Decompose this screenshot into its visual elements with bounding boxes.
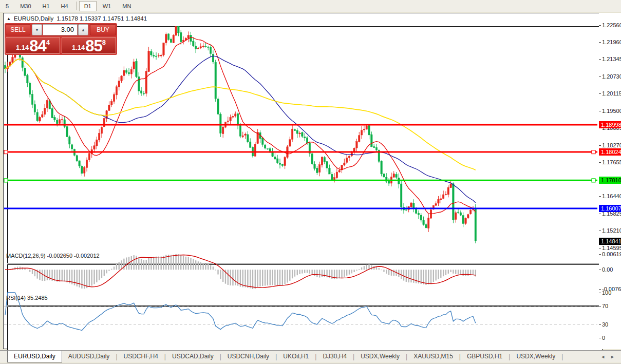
- tab-dj30-h4[interactable]: DJ30,H4: [316, 351, 353, 362]
- chart-title: ▲ EURUSD,Daily 1.15178 1.15337 1.14751 1…: [7, 15, 147, 22]
- macd-panel[interactable]: [7, 264, 603, 305]
- tab-usdchf-h4[interactable]: USDCHF,H4: [118, 351, 164, 362]
- tab-scroll-left-icon[interactable]: ◄: [600, 354, 605, 359]
- tab-ukoil-h1[interactable]: UKOil,H1: [277, 351, 315, 362]
- macd-axis-tick: 0.00: [602, 266, 613, 273]
- chart-window: 16 Feb 20216 Mar 202125 Mar 202113 Apr 2…: [3, 13, 620, 349]
- macd-axis-tick: 0.006193: [602, 251, 621, 257]
- sell-price-prefix: 1.14: [16, 44, 29, 51]
- price-chart-panel[interactable]: [7, 26, 603, 263]
- tab-usdcad-daily[interactable]: USDCAD,Daily: [166, 351, 220, 362]
- sell-price-big: 84: [29, 37, 46, 53]
- sell-price-display[interactable]: 1.14844: [6, 37, 60, 54]
- timeframe-d1[interactable]: D1: [79, 1, 97, 11]
- buy-price-big: 85: [85, 37, 102, 53]
- timeframe-m30[interactable]: M30: [15, 1, 36, 11]
- buy-price-display[interactable]: 1.14858: [62, 37, 116, 54]
- timeframe-5[interactable]: 5: [1, 1, 14, 11]
- price-axis-tick: 1.16440: [602, 193, 621, 199]
- volume-increase-icon[interactable]: ▲: [78, 24, 88, 35]
- tab-usdcnh-daily[interactable]: USDCNH,Daily: [221, 351, 275, 362]
- price-badge-1.16007: 1.16007: [599, 205, 621, 212]
- volume-decrease-icon[interactable]: ▼: [32, 24, 42, 35]
- price-badge-1.17010: 1.17010: [599, 177, 621, 184]
- chart-symbol-label: EURUSD,Daily: [14, 15, 53, 22]
- timeframe-mn[interactable]: MN: [117, 1, 136, 11]
- tab-separator: |: [561, 353, 563, 360]
- tab-eurusd-daily[interactable]: EURUSD,Daily: [7, 351, 62, 362]
- rsi-indicator-label: RSI(14) 35.2485: [6, 295, 48, 301]
- price-axis-tick: 1.17655: [602, 159, 621, 165]
- timeframe-w1[interactable]: W1: [98, 1, 117, 11]
- timeframe-h1[interactable]: H1: [37, 1, 55, 11]
- sell-price-pip: 4: [46, 39, 50, 53]
- rsi-axis-tick: 30: [602, 321, 608, 328]
- price-axis-tick: 1.20730: [602, 73, 621, 80]
- rsi-axis-tick: 0: [602, 335, 605, 341]
- buy-price-pip: 8: [102, 39, 106, 53]
- tab-audusd-daily[interactable]: AUDUSD,Daily: [62, 351, 116, 362]
- price-axis-tick: 1.20115: [602, 90, 621, 97]
- symbol-tab-bar: EURUSD,DailyAUDUSD,Daily|USDCHF,H4|USDCA…: [0, 350, 621, 362]
- price-axis-tick: 1.19500: [602, 108, 621, 114]
- rsi-axis-tick: 100: [602, 290, 611, 296]
- price-badge-1.14841: 1.14841: [599, 238, 621, 245]
- price-badge-1.18998: 1.18998: [599, 121, 621, 128]
- rsi-panel[interactable]: [7, 306, 603, 352]
- price-axis-tick: 1.21345: [602, 56, 621, 62]
- price-axis-tick: 1.22560: [602, 22, 621, 28]
- rsi-axis-tick: 70: [602, 303, 608, 309]
- macd-indicator-label: MACD(12,26,9) -0.002650 -0.002012: [6, 253, 100, 259]
- tab-gbpusd-h1[interactable]: GBPUSD,H1: [461, 351, 509, 362]
- price-axis-tick: 1.15210: [602, 227, 621, 234]
- price-axis-tick: 1.18270: [602, 142, 621, 148]
- volume-stepper: ▼ 3.00 ▲: [32, 24, 88, 35]
- one-click-trading-panel: SELL ▼ 3.00 ▲ BUY 1.14844 1.14858: [5, 23, 117, 55]
- tab-usdx-weekly[interactable]: USDX,Weekly: [510, 351, 561, 362]
- price-axis-tick: 1.14595: [602, 245, 621, 251]
- price-badge-1.18024: 1.18024: [599, 148, 621, 156]
- tab-scroll-arrows: ◄►: [600, 351, 621, 362]
- tab-xauusd-m15[interactable]: XAUUSD,M15: [407, 351, 459, 362]
- timeframe-h4[interactable]: H4: [56, 1, 73, 11]
- buy-price-prefix: 1.14: [72, 44, 85, 51]
- collapse-panel-icon[interactable]: ▲: [7, 16, 11, 21]
- toolbar-separator: [76, 2, 77, 10]
- price-axis[interactable]: 1.225601.219601.213451.207301.201151.195…: [599, 13, 621, 349]
- sell-button[interactable]: SELL: [6, 24, 30, 35]
- tab-scroll-right-icon[interactable]: ►: [610, 354, 615, 359]
- volume-input[interactable]: 3.00: [43, 24, 78, 35]
- price-axis-tick: 1.21960: [602, 39, 621, 45]
- buy-button[interactable]: BUY: [90, 24, 116, 35]
- tab-usdx-weekly[interactable]: USDX,Weekly: [354, 351, 406, 362]
- chart-ohlc-values: 1.15178 1.15337 1.14751 1.14841: [57, 15, 147, 22]
- timeframe-toolbar: 5M30H1H4D1W1MN: [0, 0, 621, 12]
